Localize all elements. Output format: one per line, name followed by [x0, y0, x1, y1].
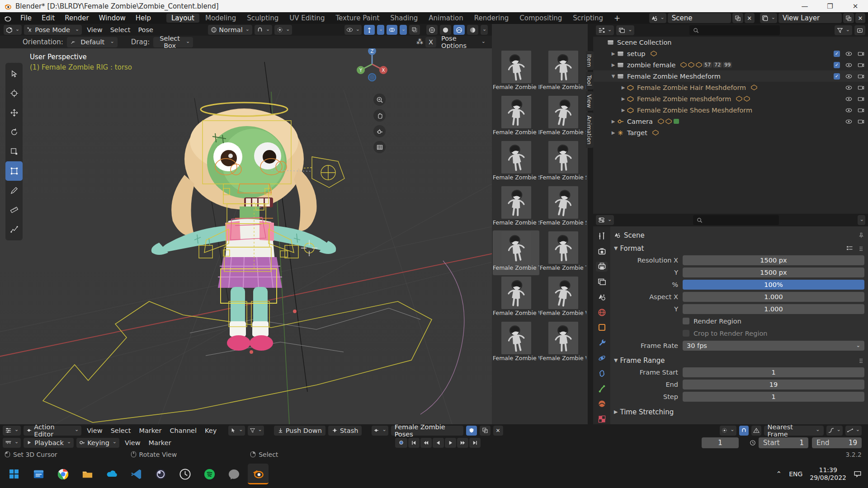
scale-tool[interactable] [5, 142, 23, 161]
outliner-badge-mesh-icon[interactable] [680, 62, 687, 68]
pose-asset-item[interactable]: Female Zombie Sad [540, 95, 586, 140]
pose-asset-item[interactable]: Female Zombie Wavin... [540, 321, 586, 366]
workspace-tab-uv-editing[interactable]: UV Editing [284, 14, 330, 23]
chrome-icon[interactable] [52, 464, 73, 484]
outliner-badge-camera-data-icon[interactable] [665, 118, 672, 124]
property-checkbox[interactable] [683, 318, 689, 324]
workspace-tab-modeling[interactable]: Modeling [200, 14, 241, 23]
outliner-editor[interactable]: Scene Collection▶setup✓▶zombie female577… [593, 24, 868, 214]
duplicate-icon[interactable] [732, 13, 743, 23]
property-row[interactable]: Y1.000 [614, 303, 864, 314]
eye-icon[interactable] [845, 85, 852, 90]
editor-type-timeline-icon[interactable] [3, 438, 21, 448]
close-button[interactable]: ✕ [843, 0, 868, 12]
eye-icon[interactable] [845, 108, 852, 113]
new-action-icon[interactable] [480, 426, 491, 436]
pose-asset-item[interactable]: Female Zombie Walkin... [493, 276, 539, 320]
eye-icon[interactable] [845, 96, 852, 102]
workspace-tab-sculpting[interactable]: Sculpting [242, 14, 283, 23]
outliner-expand-triangle[interactable]: ▶ [619, 108, 627, 113]
measure-tool[interactable] [5, 200, 23, 220]
pose-asset-grid[interactable]: Female Zombie Pointin...Female Zombie Po… [492, 24, 588, 424]
outliner-badge-material-icon[interactable] [696, 62, 702, 68]
sidebar-tab-item[interactable]: Item [586, 51, 594, 70]
warning-icon[interactable] [751, 426, 761, 436]
workspace-tab-rendering[interactable]: Rendering [469, 14, 514, 23]
tool-tab[interactable] [596, 231, 608, 241]
pose-asset-item[interactable]: Female Zombie Pointin... [493, 95, 539, 140]
gizmo-toggle[interactable] [364, 25, 375, 35]
frame-end-field[interactable]: End 19 [812, 437, 862, 448]
property-row[interactable]: Frame Rate30 fps⌄ [614, 340, 864, 351]
frame-range-panel-header[interactable]: ▼ Frame Range [614, 354, 864, 366]
eye-icon[interactable] [845, 119, 852, 124]
new-collection-icon[interactable] [854, 25, 865, 35]
visibility-dropdown[interactable] [344, 25, 362, 35]
outliner-tree[interactable]: Scene Collection▶setup✓▶zombie female577… [593, 37, 868, 214]
taskbar-app-icons[interactable] [0, 464, 269, 484]
property-row[interactable]: Render Region [614, 315, 864, 327]
filter-icon[interactable] [835, 25, 852, 35]
scene-browse-icon[interactable] [649, 13, 666, 23]
overlays-toggle[interactable] [387, 25, 397, 35]
proportional-edit-icon[interactable] [274, 25, 292, 35]
menu-help[interactable]: Help [131, 12, 156, 24]
object-tab[interactable] [596, 323, 608, 333]
outliner-row[interactable]: ▶setup✓ [593, 48, 868, 59]
camera-render-icon[interactable] [858, 85, 864, 90]
workspace-tab-texture-paint[interactable]: Texture Paint [330, 14, 384, 23]
dopesheet-menu-channel[interactable]: Channel [167, 426, 200, 436]
outliner-row[interactable]: ▶Female Zombie Shoes Meshdeform [593, 104, 868, 116]
transform-tool[interactable] [5, 161, 23, 181]
filter-icon[interactable] [248, 426, 264, 436]
property-row[interactable]: Frame Start1 [614, 366, 864, 378]
ortho-persp-icon[interactable] [373, 141, 386, 153]
xray-toggle[interactable] [409, 25, 420, 35]
transform-orientation-dropdown[interactable]: Normal [208, 25, 252, 35]
eye-icon[interactable] [845, 62, 852, 68]
viewport-sidebar-tabs[interactable]: Item Tool View Animation [586, 51, 594, 148]
outliner-exclude-checkbox[interactable]: ✓ [834, 62, 840, 68]
taskbar-clock[interactable]: 11:39 29/08/2022 [810, 466, 846, 482]
stash-button[interactable]: Stash [328, 426, 362, 436]
property-value-field[interactable]: 1 [683, 367, 864, 377]
windows-start-icon[interactable] [4, 464, 24, 484]
outliner-display-mode-dropdown[interactable] [616, 25, 634, 35]
pose-options-dropdown[interactable]: Pose Options [439, 37, 488, 47]
frame-range-panel-rows[interactable]: Frame Start1End19Step1 [614, 366, 864, 402]
move-tool[interactable] [5, 103, 23, 122]
dopesheet-menu-marker[interactable]: Marker [136, 426, 164, 436]
outliner-badge-object-data-icon[interactable] [651, 51, 657, 56]
sidebar-tab-tool[interactable]: Tool [586, 72, 594, 89]
outliner-row[interactable]: ▶zombie female577299✓ [593, 59, 868, 70]
shading-options[interactable] [481, 25, 488, 35]
viewport-mode-dropdown[interactable]: Pose Mode [24, 25, 82, 35]
scene-name-field[interactable]: Scene [668, 13, 731, 23]
frame-start-field[interactable]: Start 1 [759, 437, 808, 448]
data-tab[interactable] [596, 384, 608, 394]
cursor-arrow-icon[interactable] [228, 426, 245, 436]
properties-editor[interactable]: Scene ▼ Format Resolution X1500 [593, 214, 868, 424]
time-stretching-panel-header[interactable]: ▶ Time Stretching [614, 406, 864, 418]
folder-icon[interactable] [77, 464, 98, 484]
pose-asset-item[interactable]: Female Zombie Walkin... [493, 321, 539, 366]
keying-dropdown[interactable]: Keying [76, 438, 119, 448]
interpolation-icon[interactable] [826, 426, 843, 436]
preset-list-icon[interactable] [846, 245, 853, 251]
camera-render-icon[interactable] [858, 119, 864, 124]
outliner-expand-triangle[interactable]: ▶ [609, 119, 617, 124]
action-browse-icon[interactable] [372, 426, 388, 436]
view-layer-remove-icon[interactable]: ✕ [855, 13, 865, 23]
outliner-badge-green-icon[interactable] [673, 118, 679, 124]
editor-type-outliner-icon[interactable] [596, 25, 614, 35]
notification-icon[interactable] [854, 470, 862, 478]
workspace-tab-scripting[interactable]: Scripting [568, 14, 608, 23]
property-row[interactable]: Aspect X1.000 [614, 291, 864, 302]
viewport-nav-buttons[interactable] [373, 94, 386, 153]
messenger-icon[interactable] [223, 464, 244, 484]
close-pose-button[interactable]: X [425, 37, 436, 47]
play-icon[interactable] [445, 438, 456, 448]
constraint-tab[interactable] [596, 368, 608, 379]
output-tab[interactable] [596, 262, 608, 272]
material-tab[interactable] [596, 399, 608, 409]
